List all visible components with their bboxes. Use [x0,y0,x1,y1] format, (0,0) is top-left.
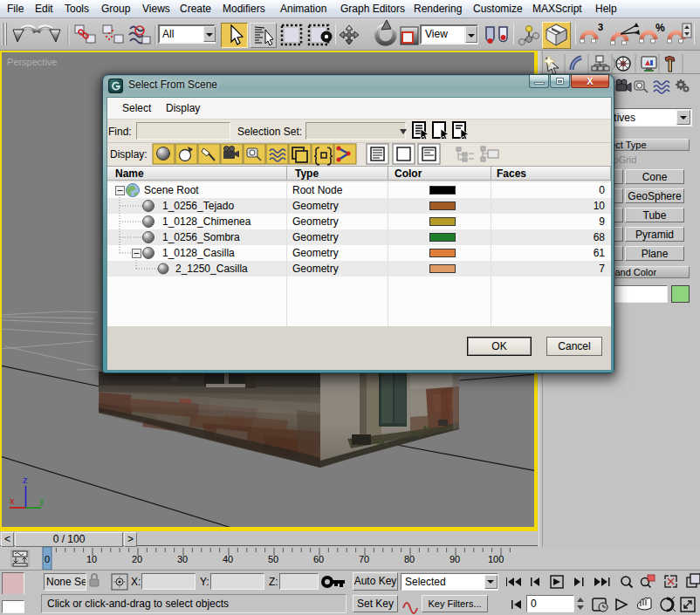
svg-text:3: 3 [598,22,603,32]
svg-text:y: y [39,495,45,506]
svg-text:z: z [23,475,28,485]
svg-text:30: 30 [177,554,188,564]
svg-text:20: 20 [132,554,142,564]
svg-text:90: 90 [450,554,460,564]
svg-text:x: x [10,495,15,506]
svg-text:70: 70 [359,554,369,564]
svg-text:50: 50 [268,554,278,564]
svg-text:60: 60 [313,554,324,564]
svg-text:100: 100 [488,554,504,564]
svg-text:%: % [655,22,665,34]
svg-text:10: 10 [86,554,97,564]
svg-text:80: 80 [404,554,415,564]
svg-text:0: 0 [45,554,50,564]
svg-text:40: 40 [223,554,233,564]
